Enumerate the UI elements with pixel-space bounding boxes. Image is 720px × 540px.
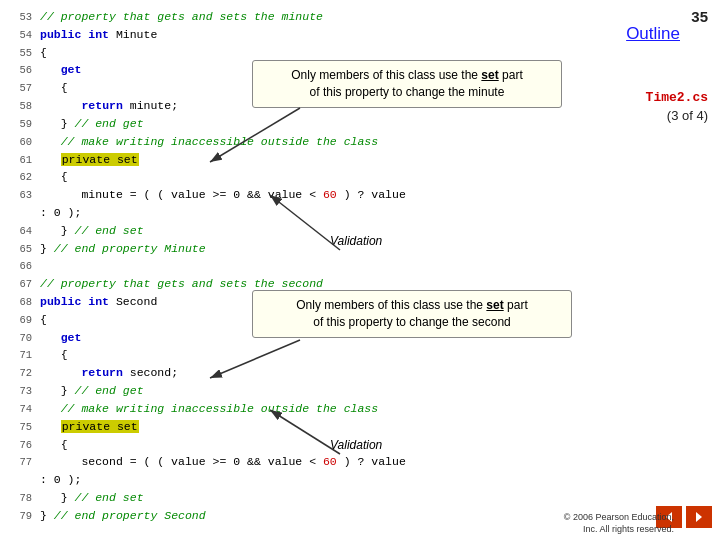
code-line-59: 59 } // end get [8, 115, 408, 133]
code-line-61: 61 private set [8, 151, 408, 169]
bottom-callout-text: Only members of this class use the set p… [296, 298, 527, 329]
code-line-66: 66 [8, 257, 408, 275]
code-line-54: 54 public int Minute [8, 26, 408, 44]
code-line-79: 79 } // end property Second [8, 507, 408, 525]
code-line-78: 78 } // end set [8, 489, 408, 507]
code-line-73: 73 } // end get [8, 382, 408, 400]
code-line-53: 53 // property that gets and sets the mi… [8, 8, 408, 26]
code-line-71: 71 { [8, 346, 408, 364]
code-line-62: 62 { [8, 168, 408, 186]
code-line-74: 74 // make writing inaccessible outside … [8, 400, 408, 418]
code-line-72: 72 return second; [8, 364, 408, 382]
validation-label-top: Validation [330, 234, 382, 248]
time2-label: Time2.cs [646, 90, 708, 105]
bottom-callout-box: Only members of this class use the set p… [252, 290, 572, 338]
code-line-60: 60 // make writing inaccessible outside … [8, 133, 408, 151]
code-line-77: 77 second = ( ( value >= 0 && value < 60… [8, 453, 408, 489]
validation-label-bottom: Validation [330, 438, 382, 452]
code-line-63: 63 minute = ( ( value >= 0 && value < 60… [8, 186, 408, 222]
code-line-75: 75 private set [8, 418, 408, 436]
code-line-55: 55 { [8, 44, 408, 62]
next-button[interactable] [686, 506, 712, 528]
slide-counter: (3 of 4) [667, 108, 708, 123]
top-callout-box: Only members of this class use the set p… [252, 60, 562, 108]
copyright-text: © 2006 Pearson Education,Inc. All rights… [564, 511, 674, 536]
page-number: 35 [691, 8, 708, 25]
outline-link[interactable]: Outline [626, 24, 680, 44]
top-callout-text: Only members of this class use the set p… [291, 68, 522, 99]
svg-marker-6 [696, 512, 702, 522]
